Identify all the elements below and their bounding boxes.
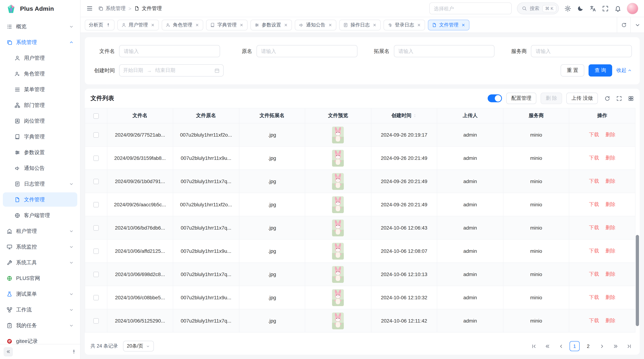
file-preview-thumbnail[interactable] (332, 150, 344, 166)
tab-pin-icon[interactable] (106, 22, 110, 27)
row-checkbox[interactable] (94, 156, 99, 161)
sidebar-item[interactable]: 通知公告 (3, 161, 77, 175)
tab-close-icon[interactable] (150, 23, 155, 27)
sidebar-item[interactable]: 工作流 (3, 303, 77, 317)
delete-button[interactable]: 删 除 (540, 93, 562, 104)
download-link[interactable]: 下载 (589, 271, 599, 277)
last-page-button[interactable] (624, 341, 634, 351)
notification-bell-icon[interactable] (614, 5, 622, 12)
delete-link[interactable]: 删除 (605, 318, 616, 323)
download-link[interactable]: 下载 (589, 201, 599, 207)
settings-gear-icon[interactable] (564, 5, 571, 12)
tab-close-icon[interactable] (239, 23, 244, 27)
filter-input[interactable] (394, 45, 495, 57)
sidebar-item[interactable]: 租户管理 (3, 224, 77, 238)
date-range-picker[interactable]: 开始日期 → 结束日期 (119, 64, 224, 76)
file-preview-thumbnail[interactable] (332, 312, 344, 329)
user-avatar[interactable] (627, 3, 638, 14)
row-checkbox[interactable] (94, 295, 99, 301)
row-checkbox[interactable] (94, 202, 99, 208)
global-search[interactable]: 搜索 ⌘ K (517, 2, 559, 14)
tab[interactable]: 操作日志 (339, 19, 380, 30)
translate-icon[interactable] (589, 5, 596, 12)
download-link[interactable]: 下载 (589, 318, 599, 323)
fullscreen-icon[interactable] (616, 95, 622, 101)
filter-input[interactable] (119, 45, 220, 57)
table-scrollbar[interactable] (636, 235, 639, 326)
row-checkbox[interactable] (94, 249, 99, 254)
delete-link[interactable]: 删除 (605, 294, 616, 300)
row-checkbox[interactable] (94, 132, 99, 138)
tab-close-icon[interactable] (195, 23, 199, 27)
breadcrumb-item-file[interactable]: 文件管理 (134, 5, 162, 12)
app-logo[interactable]: Plus Admin (0, 0, 80, 18)
tab-refresh-button[interactable] (617, 17, 630, 32)
delete-link[interactable]: 删除 (605, 225, 616, 230)
download-link[interactable]: 下载 (589, 178, 599, 184)
hamburger-menu-icon[interactable] (86, 5, 93, 12)
page-size-select[interactable]: 20条/页 (123, 341, 154, 352)
sidebar-item[interactable]: 用户管理 (3, 51, 77, 65)
download-link[interactable]: 下载 (589, 225, 599, 230)
tab-close-icon[interactable] (328, 23, 332, 27)
file-preview-thumbnail[interactable] (332, 126, 344, 143)
sidebar-item[interactable]: 系统工具 (3, 255, 77, 270)
sidebar-item[interactable]: 日志管理 (3, 177, 77, 191)
first-page-button[interactable] (529, 341, 539, 351)
delete-link[interactable]: 删除 (605, 155, 616, 161)
file-preview-thumbnail[interactable] (332, 219, 344, 236)
tenant-select-input[interactable] (429, 2, 512, 14)
file-preview-thumbnail[interactable] (332, 243, 344, 259)
sidebar-item[interactable]: 部门管理 (3, 98, 77, 112)
toggle-switch[interactable] (488, 94, 502, 102)
tab[interactable]: 用户管理 (117, 19, 159, 30)
page-2-button[interactable]: 2 (583, 341, 593, 351)
sidebar-item[interactable]: PLUS官网 (3, 271, 77, 285)
sidebar-collapse-button[interactable] (4, 347, 13, 356)
delete-link[interactable]: 删除 (605, 201, 616, 207)
download-link[interactable]: 下载 (589, 248, 599, 254)
delete-link[interactable]: 删除 (605, 132, 616, 137)
sidebar-item[interactable]: 参数设置 (3, 145, 77, 159)
sidebar-item[interactable]: 角色管理 (3, 66, 77, 81)
collapse-filters-link[interactable]: 收起 (616, 67, 632, 74)
row-checkbox[interactable] (94, 272, 99, 277)
download-link[interactable]: 下载 (589, 294, 599, 300)
tab-close-icon[interactable] (417, 23, 421, 27)
reset-button[interactable]: 重 置 (561, 64, 584, 76)
sidebar-item[interactable]: 字典管理 (3, 129, 77, 144)
delete-link[interactable]: 删除 (605, 248, 616, 254)
tab[interactable]: 参数设置 (250, 19, 292, 30)
sidebar-item[interactable]: 菜单管理 (3, 82, 77, 96)
delete-link[interactable]: 删除 (605, 271, 616, 277)
download-link[interactable]: 下载 (589, 155, 599, 161)
breadcrumb-item-system[interactable]: 系统管理 (98, 5, 126, 12)
tab[interactable]: 字典管理 (206, 19, 248, 30)
tab-close-icon[interactable] (372, 23, 376, 27)
sidebar-item[interactable]: 我的任务 (3, 318, 77, 333)
jump-back-button[interactable] (542, 341, 552, 351)
upload-button[interactable]: 上传 没做 (566, 93, 598, 104)
sidebar-item[interactable]: 文件管理 (3, 192, 77, 207)
sidebar-item[interactable]: 系统监控 (3, 240, 77, 254)
dark-mode-moon-icon[interactable] (577, 5, 584, 12)
download-link[interactable]: 下载 (589, 132, 599, 137)
filter-input[interactable] (531, 45, 632, 57)
jump-forward-button[interactable] (610, 341, 620, 351)
prev-page-button[interactable] (556, 341, 566, 351)
tab-close-icon[interactable] (284, 23, 288, 27)
sort-icon[interactable] (413, 113, 417, 118)
sidebar-item[interactable]: gitee记录 (3, 334, 77, 344)
file-preview-thumbnail[interactable] (332, 266, 344, 283)
pin-icon[interactable] (71, 349, 76, 354)
sidebar-item[interactable]: 客户端管理 (3, 208, 77, 222)
sidebar-item[interactable]: 概览 (3, 19, 77, 34)
row-checkbox[interactable] (94, 225, 99, 231)
sidebar-item[interactable]: 岗位管理 (3, 114, 77, 128)
sidebar-item[interactable]: 系统管理 (3, 35, 77, 49)
page-1-button[interactable]: 1 (570, 341, 580, 351)
tab[interactable]: 角色管理 (162, 19, 203, 30)
file-preview-thumbnail[interactable] (332, 173, 344, 190)
tab[interactable]: 文件管理 (428, 19, 469, 30)
delete-link[interactable]: 删除 (605, 178, 616, 184)
